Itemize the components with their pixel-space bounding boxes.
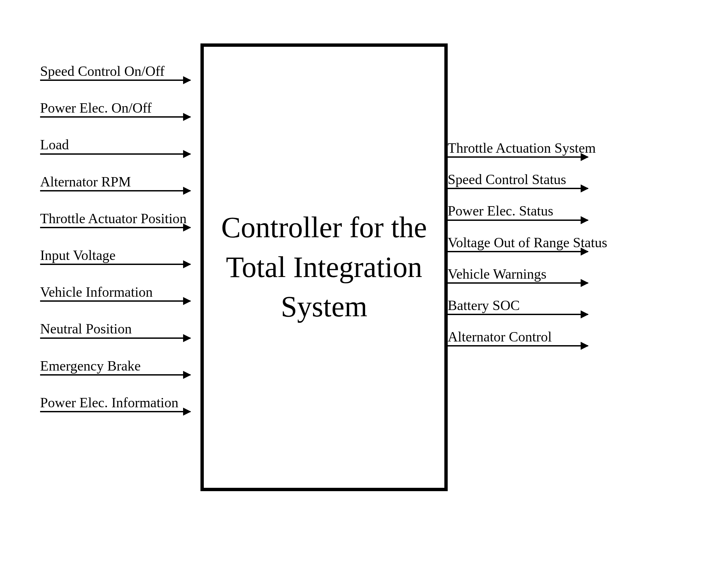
block-diagram: Speed Control On/Off Power Elec. On/Off … <box>40 43 692 528</box>
arrowhead-icon <box>183 224 191 232</box>
arrowhead-icon <box>183 371 191 379</box>
input-label: Load <box>40 137 200 152</box>
arrow-right-icon <box>40 337 190 339</box>
arrow-right-icon <box>448 188 588 189</box>
arrow-right-icon <box>448 282 588 284</box>
arrowhead-icon <box>183 334 191 342</box>
outputs-column: Throttle Actuation System Speed Control … <box>448 140 608 361</box>
input-label: Emergency Brake <box>40 358 200 374</box>
input-signal: Power Elec. On/Off <box>40 100 200 118</box>
output-signal: Battery SOC <box>448 298 608 315</box>
input-label: Throttle Actuator Position <box>40 211 200 226</box>
output-signal: Vehicle Warnings <box>448 266 608 284</box>
arrow-right-icon <box>448 220 588 221</box>
arrowhead-icon <box>581 248 589 256</box>
arrow-right-icon <box>448 156 588 158</box>
arrowhead-icon <box>183 260 191 268</box>
arrow-right-icon <box>40 190 190 191</box>
arrowhead-icon <box>581 342 589 350</box>
arrow-right-icon <box>40 227 190 228</box>
arrow-right-icon <box>40 80 190 81</box>
input-label: Vehicle Information <box>40 284 200 300</box>
output-signal: Voltage Out of Range Status <box>448 235 608 252</box>
input-label: Alternator RPM <box>40 174 200 189</box>
arrow-right-icon <box>448 345 588 346</box>
input-signal: Input Voltage <box>40 248 200 265</box>
input-label: Power Elec. On/Off <box>40 100 200 116</box>
input-signal: Throttle Actuator Position <box>40 211 200 228</box>
input-signal: Alternator RPM <box>40 174 200 191</box>
input-label: Power Elec. Information <box>40 395 200 410</box>
arrow-right-icon <box>40 116 190 118</box>
input-signal: Vehicle Information <box>40 284 200 302</box>
input-label: Speed Control On/Off <box>40 63 200 79</box>
arrow-right-icon <box>40 374 190 376</box>
output-signal: Power Elec. Status <box>448 203 608 221</box>
arrowhead-icon <box>183 150 191 158</box>
controller-title: Controller for the Total Integration Sys… <box>214 208 434 327</box>
output-signal: Alternator Control <box>448 329 608 346</box>
input-label: Input Voltage <box>40 248 200 263</box>
input-signal: Neutral Position <box>40 321 200 338</box>
arrow-right-icon <box>448 314 588 315</box>
arrowhead-icon <box>581 310 589 318</box>
controller-block: Controller for the Total Integration Sys… <box>200 43 448 491</box>
arrow-right-icon <box>40 264 190 265</box>
arrow-right-icon <box>40 300 190 302</box>
arrow-right-icon <box>40 411 190 412</box>
arrowhead-icon <box>581 184 589 192</box>
arrowhead-icon <box>183 187 191 195</box>
input-label: Neutral Position <box>40 321 200 336</box>
input-signal: Load <box>40 137 200 154</box>
arrowhead-icon <box>183 297 191 305</box>
input-signal: Emergency Brake <box>40 358 200 376</box>
arrowhead-icon <box>581 216 589 224</box>
arrowhead-icon <box>183 76 191 84</box>
arrowhead-icon <box>183 408 191 416</box>
input-signal: Speed Control On/Off <box>40 63 200 81</box>
output-signal: Speed Control Status <box>448 172 608 189</box>
arrowhead-icon <box>183 113 191 121</box>
input-signal: Power Elec. Information <box>40 395 200 412</box>
arrowhead-icon <box>581 153 589 161</box>
arrow-right-icon <box>40 153 190 155</box>
inputs-column: Speed Control On/Off Power Elec. On/Off … <box>40 63 200 432</box>
arrow-right-icon <box>448 251 588 252</box>
output-signal: Throttle Actuation System <box>448 140 608 158</box>
arrowhead-icon <box>581 279 589 287</box>
